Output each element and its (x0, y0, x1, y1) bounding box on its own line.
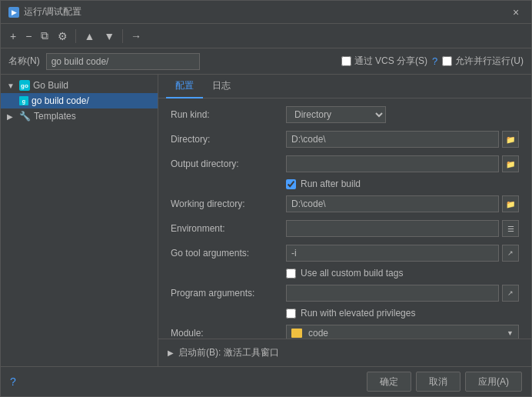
name-options: 通过 VCS 分享(S) ? 允许并行运行(U) (341, 55, 524, 68)
program-args-label: Program arguments: (171, 288, 286, 299)
close-button[interactable]: × (508, 5, 524, 20)
tree-go-build[interactable]: ▼ go Go Build (1, 78, 158, 93)
output-dir-row: Output directory: 📁 (171, 154, 519, 174)
vcs-share-checkbox-label[interactable]: 通过 VCS 分享(S) (341, 55, 427, 68)
ok-button[interactable]: 确定 (367, 372, 411, 392)
run-after-build-text: Run after build (301, 178, 361, 189)
name-label: 名称(N) (8, 55, 40, 68)
tabs: 配置 日志 (158, 75, 531, 98)
module-dropdown-arrow: ▼ (507, 329, 514, 337)
go-tool-args-control: ↗ (286, 245, 519, 262)
before-launch-bar: ▶ 启动前(B): 激活工具窗口 (158, 339, 531, 366)
custom-tags-checkbox[interactable] (286, 269, 296, 279)
dialog-title: 运行/调试配置 (24, 5, 81, 18)
output-dir-browse-button[interactable]: 📁 (502, 155, 519, 172)
working-dir-label: Working directory: (171, 198, 286, 209)
templates-label: Templates (34, 111, 76, 122)
move-down-button[interactable]: ▼ (101, 28, 118, 44)
settings-button[interactable]: ⚙ (55, 28, 71, 44)
elevated-label[interactable]: Run with elevated privileges (286, 308, 415, 319)
title-bar: ▶ 运行/调试配置 × (1, 1, 531, 24)
custom-tags-text: Use all custom build tags (301, 268, 403, 279)
output-dir-input[interactable] (286, 155, 499, 172)
run-after-build-row: Run after build (171, 178, 519, 189)
run-kind-label: Run kind: (171, 109, 286, 120)
tab-log[interactable]: 日志 (203, 75, 240, 98)
tree-templates[interactable]: ▶ 🔧 Templates (1, 108, 158, 124)
apply-button[interactable]: 应用(A) (465, 372, 522, 392)
add-config-button[interactable]: + (7, 28, 19, 44)
custom-tags-row: Use all custom build tags (171, 268, 519, 279)
move-up-button[interactable]: ▲ (81, 28, 98, 44)
vcs-share-checkbox[interactable] (341, 56, 351, 66)
working-dir-row: Working directory: 📁 (171, 194, 519, 214)
help-button[interactable]: ? (10, 375, 16, 388)
copy-config-button[interactable]: ⧉ (38, 28, 52, 44)
go-tool-args-label: Go tool arguments: (171, 248, 286, 259)
run-after-build-checkbox[interactable] (286, 179, 296, 189)
toolbar-separator (75, 29, 76, 43)
go-tool-args-row: Go tool arguments: ↗ (171, 243, 519, 263)
directory-label: Directory: (171, 134, 286, 145)
output-dir-control: 📁 (286, 155, 519, 172)
right-panel: 配置 日志 Run kind: File Directory Package (158, 75, 531, 366)
title-bar-left: ▶ 运行/调试配置 (8, 5, 81, 18)
elevated-row: Run with elevated privileges (171, 308, 519, 319)
go-build-code-label: go build code/ (32, 95, 89, 106)
elevated-checkbox[interactable] (286, 309, 296, 319)
module-label: Module: (171, 328, 286, 339)
vcs-help-icon[interactable]: ? (432, 55, 437, 67)
environment-edit-button[interactable]: ☰ (502, 220, 519, 237)
name-row: 名称(N) 通过 VCS 分享(S) ? 允许并行运行(U) (1, 48, 531, 75)
dialog-icon: ▶ (8, 7, 19, 18)
config-name-input[interactable] (46, 53, 200, 70)
vcs-share-label: 通过 VCS 分享(S) (354, 55, 427, 68)
directory-control: 📁 (286, 131, 519, 148)
module-folder-icon (291, 329, 302, 338)
run-after-build-label[interactable]: Run after build (286, 178, 361, 189)
move-config-button[interactable]: → (128, 28, 145, 44)
toolbar: + − ⧉ ⚙ ▲ ▼ → (1, 24, 531, 48)
run-kind-row: Run kind: File Directory Package (171, 105, 519, 125)
cancel-button[interactable]: 取消 (416, 372, 461, 392)
directory-row: Directory: 📁 (171, 129, 519, 149)
go-tool-args-input[interactable] (286, 245, 499, 262)
environment-row: Environment: ☰ (171, 219, 519, 239)
main-content: ▼ go Go Build g go build code/ ▶ 🔧 Templ… (1, 75, 531, 366)
tree-go-build-code[interactable]: g go build code/ (1, 93, 158, 108)
directory-browse-button[interactable]: 📁 (502, 131, 519, 148)
program-args-row: Program arguments: ↗ (171, 283, 519, 303)
program-args-control: ↗ (286, 285, 519, 302)
elevated-text: Run with elevated privileges (301, 308, 415, 319)
tab-config[interactable]: 配置 (166, 75, 203, 98)
working-dir-browse-button[interactable]: 📁 (502, 195, 519, 212)
go-build-code-icon: g (19, 96, 28, 105)
environment-label: Environment: (171, 223, 286, 234)
working-dir-input[interactable] (286, 195, 499, 212)
environment-input[interactable] (286, 220, 499, 237)
remove-config-button[interactable]: − (22, 28, 35, 44)
working-dir-control: 📁 (286, 195, 519, 212)
module-select[interactable]: code ▼ (286, 325, 519, 339)
custom-tags-label[interactable]: Use all custom build tags (286, 268, 403, 279)
run-debug-dialog: ▶ 运行/调试配置 × + − ⧉ ⚙ ▲ ▼ → 名称(N) 通过 VCS 分… (0, 0, 532, 397)
toolbar-separator-2 (122, 29, 123, 43)
module-control: code ▼ (286, 325, 519, 339)
footer: ? 确定 取消 应用(A) (1, 366, 531, 396)
parallel-run-checkbox-label[interactable]: 允许并行运行(U) (442, 55, 524, 68)
module-row: Module: code ▼ (171, 323, 519, 339)
before-launch-section[interactable]: ▶ 启动前(B): 激活工具窗口 (168, 346, 279, 359)
program-args-input[interactable] (286, 285, 499, 302)
go-tool-args-expand-button[interactable]: ↗ (502, 245, 519, 262)
run-kind-control: File Directory Package (286, 106, 519, 123)
environment-control: ☰ (286, 220, 519, 237)
parallel-run-checkbox[interactable] (442, 56, 452, 66)
program-args-expand-button[interactable]: ↗ (502, 285, 519, 302)
left-panel: ▼ go Go Build g go build code/ ▶ 🔧 Templ… (1, 75, 158, 366)
templates-arrow: ▶ (7, 112, 16, 121)
run-kind-select[interactable]: File Directory Package (286, 106, 386, 123)
go-build-arrow: ▼ (7, 82, 16, 90)
directory-input[interactable] (286, 131, 499, 148)
parallel-run-label: 允许并行运行(U) (455, 55, 524, 68)
config-form: Run kind: File Directory Package Directo… (158, 98, 531, 339)
